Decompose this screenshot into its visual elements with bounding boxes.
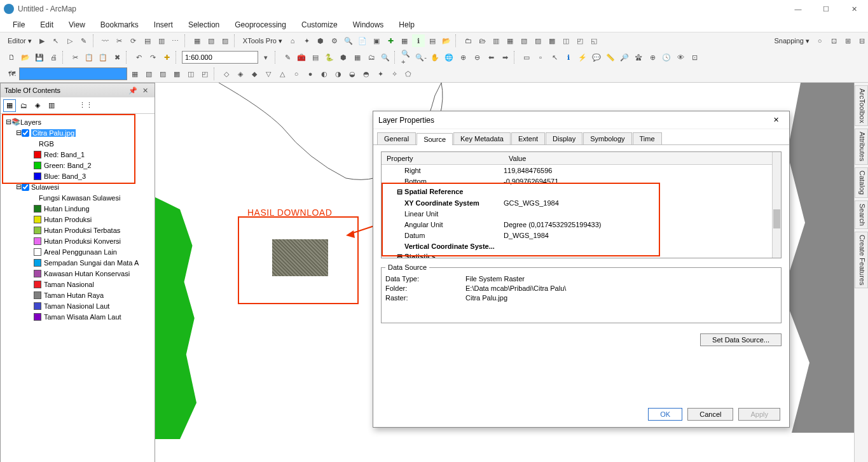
split-icon[interactable]: ✂ [113,34,126,47]
property-row[interactable]: XY Coordinate SystemGCS_WGS_1984 [382,197,772,208]
edit-more-icon[interactable]: ⋯ [169,34,182,47]
xtools-icon-layers[interactable]: ▦ [398,34,411,47]
list-by-selection-icon[interactable]: ▥ [45,99,58,112]
property-grid-scrollbar[interactable] [772,152,781,258]
apply-button[interactable]: Apply [738,408,780,421]
xtools-icon-4[interactable]: ⚙ [328,34,341,47]
georef-icon-2[interactable]: ▧ [142,67,155,80]
find-icon[interactable]: 🔎 [618,51,631,64]
legend-class[interactable]: Kawasan Hutan Konservasi [3,268,152,279]
tab-symbology[interactable]: Symbology [583,132,631,144]
topo-icon-14[interactable]: ⬠ [402,67,415,80]
prev-extent-icon[interactable]: ⬅ [485,51,497,64]
scale-dropdown-icon[interactable]: ▾ [259,51,272,64]
menu-geoprocessing[interactable]: Geoprocessing [228,19,293,31]
viewer-icon[interactable]: 👁 [674,51,687,64]
catalog-icon[interactable]: 🗂 [365,51,378,64]
georef-icon-3[interactable]: ▨ [156,67,169,80]
tree-root[interactable]: ⊟ 📚 Layers [3,116,152,127]
snap-edge-icon[interactable]: ⊟ [855,34,868,47]
georef-icon-6[interactable]: ◰ [198,67,211,80]
tab-attributes[interactable]: Attributes [855,129,868,164]
sketch-icon[interactable]: ✎ [78,34,90,47]
edit-arrow-icon[interactable]: ↖ [50,34,62,47]
print-icon[interactable]: 🖨 [47,51,60,64]
property-row[interactable]: Vertical Coordinate Syste... [382,241,772,251]
menu-insert[interactable]: Insert [148,19,179,31]
dialog-titlebar[interactable]: Layer Properties ✕ [373,111,789,129]
zoom-in-icon[interactable]: 🔍+ [401,51,413,64]
snapping-dropdown[interactable]: Snapping ▾ [771,37,812,45]
snap-point-icon[interactable]: ○ [813,34,826,47]
hyperlink-icon[interactable]: ⚡ [576,51,589,64]
undo-icon[interactable]: ↶ [132,51,145,64]
attributes-icon[interactable]: ▤ [141,34,154,47]
create-viewer-icon[interactable]: ⊡ [688,51,701,64]
property-row[interactable]: ⊟ Statistics [382,251,772,258]
edit-vertices-icon[interactable]: ▨ [219,34,231,47]
georef-icon-1[interactable]: ▦ [128,67,141,80]
rotate-icon[interactable]: ⟳ [127,34,140,47]
legend-class[interactable]: Hutan Produksi Konversi [3,235,152,246]
list-by-visibility-icon[interactable]: ◈ [31,99,44,112]
sketch-props-icon[interactable]: ▥ [155,34,168,47]
georef-icon-5[interactable]: ◫ [184,67,197,80]
topo-icon-8[interactable]: ◐ [318,67,331,80]
xtools-icon-11[interactable]: 🗁 [476,34,488,47]
scale-combo[interactable]: 1:60.000 [182,51,258,64]
list-by-drawing-icon[interactable]: ▦ [3,99,16,112]
toolbox-icon[interactable]: 🧰 [295,51,308,64]
zoom-out-icon[interactable]: 🔍- [415,51,427,64]
legend-class[interactable]: Taman Nasional [3,279,152,290]
xtools-icon-9[interactable]: ▤ [426,34,439,47]
xtools-icon-13[interactable]: ▦ [504,34,516,47]
tab-arctoolbox[interactable]: ArcToolbox [855,85,868,126]
georef-icon-4[interactable]: ▩ [170,67,183,80]
property-row[interactable]: ⊟ Spatial Reference [382,186,772,197]
xtools-dropdown[interactable]: XTools Pro ▾ [240,37,285,45]
tab-catalog[interactable]: Catalog [855,167,868,198]
select-elements-icon[interactable]: ↖ [548,51,561,64]
toc-options-icon[interactable]: ⋮⋮ [79,99,92,112]
minimize-button[interactable]: — [784,0,812,18]
save-icon[interactable]: 💾 [33,51,46,64]
full-extent-icon[interactable]: 🌐 [443,51,455,64]
xtools-icon-5[interactable]: 🔍 [342,34,355,47]
xtools-icon-1[interactable]: ⌂ [286,34,299,47]
xtools-icon-14[interactable]: ▧ [518,34,530,47]
menu-customize[interactable]: Customize [295,19,344,31]
property-row[interactable]: DatumD_WGS_1984 [382,230,772,241]
scrollbar-thumb[interactable] [773,209,780,228]
goto-xy-icon[interactable]: ⊕ [646,51,659,64]
select-features-icon[interactable]: ▭ [520,51,533,64]
measure-icon[interactable]: 📏 [604,51,617,64]
edit-node-icon[interactable]: ▷ [64,34,76,47]
legend-class[interactable]: Taman Wisata Alam Laut [3,311,152,322]
fixed-zoomin-icon[interactable]: ⊕ [457,51,469,64]
tree-sulawesi[interactable]: ⊟ Sulawesi [3,181,152,192]
xtools-icon-7[interactable]: ▣ [370,34,383,47]
open-icon[interactable]: 📂 [19,51,32,64]
tab-search[interactable]: Search [855,200,868,229]
find-route-icon[interactable]: 🛣 [632,51,645,64]
property-row[interactable]: Right119,848476596 [382,165,772,176]
add-data-icon[interactable]: ✚ [160,51,173,64]
menu-view[interactable]: View [62,19,92,31]
layer-tree[interactable]: ⊟ 📚 Layers ⊟ Citra Palu.jpg RGB Red: Ban… [1,114,155,462]
results-icon[interactable]: ▦ [351,51,364,64]
xtools-icon-add[interactable]: ✚ [384,34,397,47]
xtools-icon-15[interactable]: ▨ [532,34,544,47]
georef-layer-combo[interactable] [19,67,127,80]
editor-toolbar-icon[interactable]: ✎ [281,51,294,64]
xtools-icon-17[interactable]: ◫ [560,34,572,47]
tab-general[interactable]: General [377,132,416,144]
xtools-icon-18[interactable]: ◰ [574,34,586,47]
topo-icon-13[interactable]: ✧ [388,67,401,80]
topo-icon-2[interactable]: ◈ [234,67,247,80]
tree-citra[interactable]: ⊟ Citra Palu.jpg [3,127,152,138]
legend-class[interactable]: Hutan Produksi Terbatas [3,225,152,235]
sulawesi-checkbox[interactable] [22,183,29,191]
legend-class[interactable]: Taman Hutan Raya [3,290,152,300]
snap-vertex-icon[interactable]: ⊞ [841,34,854,47]
georef-layer-icon[interactable]: 🗺 [5,67,18,80]
